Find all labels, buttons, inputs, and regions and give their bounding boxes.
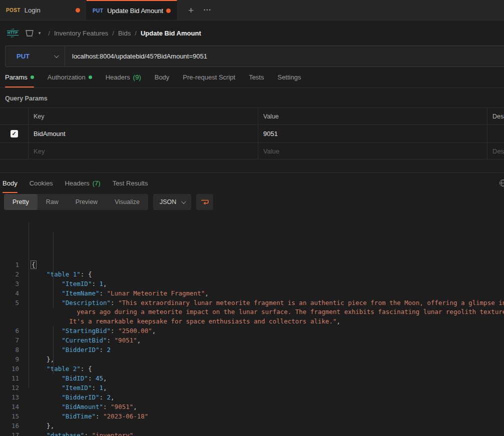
code-line: 14 "BidAmount": "9051", <box>0 402 504 412</box>
line-number: 1 <box>0 260 24 270</box>
code-line: 12 "ItemID": 1, <box>0 384 504 393</box>
code-line: 13 "BidderID": 2, <box>0 393 504 402</box>
network-globe-icon[interactable] <box>499 179 504 188</box>
code-text: "ItemName": "Lunar Meteorite Fragment", <box>24 289 209 298</box>
breadcrumb-request-name: Update Bid Amount <box>141 30 201 37</box>
request-tab-settings[interactable]: Settings <box>277 67 301 88</box>
line-number: 6 <box>0 326 24 336</box>
wrap-lines-icon <box>201 198 209 206</box>
chevron-down-icon <box>181 199 186 204</box>
column-header-key: Key <box>29 108 258 124</box>
green-dot-icon <box>89 76 92 79</box>
code-line: It's a remarkable keepsake for space ent… <box>0 317 504 326</box>
request-tab-tests[interactable]: Tests <box>249 67 264 88</box>
response-tab-cookies[interactable]: Cookies <box>30 173 53 193</box>
line-number <box>0 308 24 317</box>
line-number: 9 <box>0 355 24 364</box>
line-number <box>0 317 24 326</box>
request-tab-authorization[interactable]: Authorization <box>48 67 92 88</box>
breadcrumb-collection[interactable]: Inventory Features <box>54 30 108 37</box>
code-line: 4 "ItemName": "Lunar Meteorite Fragment"… <box>0 289 504 298</box>
line-number: 14 <box>0 402 24 412</box>
param-description-cell[interactable] <box>487 125 504 142</box>
method-badge-post: POST <box>6 8 21 13</box>
request-tab-params[interactable]: Params <box>5 67 34 88</box>
column-header-value: Value <box>258 108 487 124</box>
code-line: 7 "CurrentBid": "9051", <box>0 336 504 346</box>
code-line: 3 "ItemID": 1, <box>0 280 504 289</box>
line-number: 12 <box>0 384 24 393</box>
line-number: 15 <box>0 412 24 422</box>
line-number: 4 <box>0 289 24 298</box>
param-key-cell[interactable]: BidAmount <box>29 125 258 142</box>
param-key-input[interactable]: Key <box>29 143 258 159</box>
tab-label: Pre-request Script <box>183 74 235 81</box>
view-mode-visualize[interactable]: Visualize <box>106 194 148 210</box>
table-row: ✓ BidAmount 9051 <box>0 125 504 143</box>
line-number: 13 <box>0 393 24 402</box>
response-body-json[interactable]: 1{2 "table 1": {3 "ItemID": 1,4 "ItemNam… <box>0 213 504 436</box>
request-tab-headers[interactable]: Headers(9) <box>106 67 141 88</box>
code-line: 6 "StartingBid": "2500.00", <box>0 326 504 336</box>
line-number: 17 <box>0 431 24 436</box>
param-value-input[interactable]: Value <box>258 143 487 159</box>
caret-down-icon[interactable]: ▾ <box>39 30 41 36</box>
line-number: 3 <box>0 280 24 289</box>
code-text: "StartingBid": "2500.00", <box>24 326 156 336</box>
indent-guide <box>53 232 54 308</box>
code-text: "table 1": { <box>24 270 92 280</box>
tab-label: Tests <box>249 74 264 81</box>
response-view-bar: PrettyRawPreviewVisualize JSON <box>0 194 504 210</box>
code-line: 2 "table 1": { <box>0 270 504 280</box>
tab-count-badge: (9) <box>133 74 141 81</box>
view-mode-preview[interactable]: Preview <box>67 194 106 210</box>
code-text: "database": "inventory" <box>24 431 133 436</box>
view-mode-pretty[interactable]: Pretty <box>4 194 38 210</box>
table-header-row: Key Value Description <box>0 108 504 125</box>
indent-guide <box>29 222 29 388</box>
request-tab-pre-request-script[interactable]: Pre-request Script <box>183 67 235 88</box>
response-tab-test-results[interactable]: Test Results <box>113 173 148 193</box>
code-text: It's a remarkable keepsake for space ent… <box>24 317 340 326</box>
code-line: 17 "database": "inventory" <box>0 431 504 436</box>
tab-strip-actions: + ••• <box>177 0 212 20</box>
table-row-placeholder: Key Value Desc <box>0 143 504 160</box>
line-number: 10 <box>0 364 24 374</box>
collection-icon[interactable] <box>25 30 34 37</box>
code-text: "ItemID": 1, <box>24 384 107 393</box>
line-number: 11 <box>0 374 24 384</box>
code-text: }, <box>24 422 54 431</box>
new-tab-icon[interactable]: + <box>188 6 194 15</box>
request-tab-strip: POST Login PUT Update Bid Amount + ••• <box>0 0 504 20</box>
code-line: 9 }, <box>0 355 504 364</box>
wrap-lines-button[interactable] <box>196 194 213 210</box>
view-mode-raw[interactable]: Raw <box>38 194 67 210</box>
tab-label: Params <box>5 74 28 81</box>
param-enabled-checkbox[interactable]: ✓ <box>11 130 18 138</box>
tab-label: Authorization <box>48 74 86 81</box>
code-line: 8 "BidderID": 2 <box>0 346 504 355</box>
tab-count-badge: (7) <box>93 180 101 187</box>
param-description-input[interactable]: Desc <box>487 143 504 159</box>
response-pane: BodyCookiesHeaders(7)Test Results Pretty… <box>0 172 504 436</box>
tab-title: Login <box>25 6 41 14</box>
response-tab-headers[interactable]: Headers(7) <box>65 173 101 193</box>
url-input[interactable] <box>65 52 504 60</box>
response-tab-body[interactable]: Body <box>3 173 18 193</box>
tab-title: Update Bid Amount <box>107 7 163 14</box>
tab-label: Headers <box>106 74 130 81</box>
tab-update-bid-amount[interactable]: PUT Update Bid Amount <box>87 0 177 20</box>
code-text: "table 2": { <box>24 364 92 374</box>
format-dropdown[interactable]: JSON <box>153 194 191 210</box>
param-value-cell[interactable]: 9051 <box>258 125 487 142</box>
request-tab-body[interactable]: Body <box>155 67 170 88</box>
line-number: 5 <box>0 298 24 308</box>
line-number: 7 <box>0 336 24 346</box>
method-dropdown[interactable]: PUT <box>6 46 65 66</box>
code-text: "BidderID": 2 <box>24 346 111 355</box>
tab-login[interactable]: POST Login <box>0 0 87 20</box>
breadcrumb-folder[interactable]: Bids <box>118 30 131 37</box>
tab-label: Cookies <box>30 180 53 187</box>
code-line: 10 "table 2": { <box>0 364 504 374</box>
more-options-icon[interactable]: ••• <box>204 8 211 12</box>
